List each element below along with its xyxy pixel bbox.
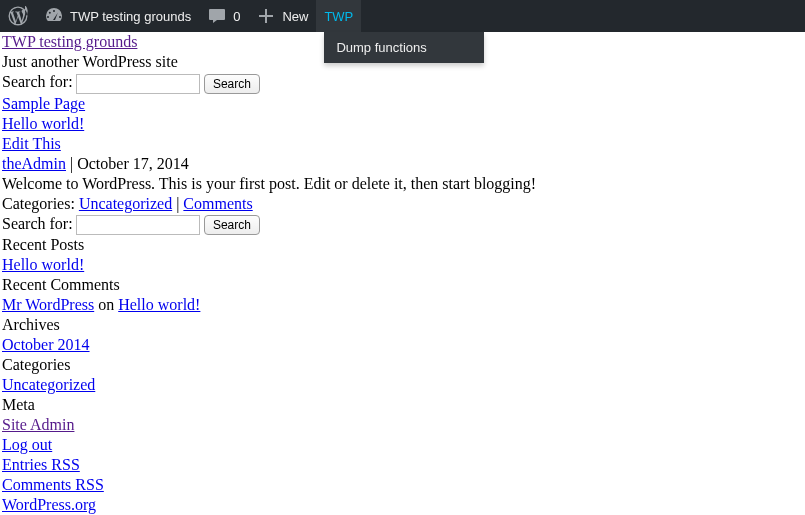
recent-comments-title: Recent Comments	[2, 275, 803, 295]
search-label: Search for:	[2, 215, 73, 232]
twp-dump-functions[interactable]: Dump functions	[324, 32, 484, 63]
post-title-link[interactable]: Hello world!	[2, 115, 84, 132]
site-name-menu[interactable]: TWP testing grounds	[36, 0, 199, 32]
new-label: New	[282, 9, 308, 24]
recent-post-link[interactable]: Hello world!	[2, 256, 84, 273]
dashboard-icon	[44, 6, 64, 26]
post-date: October 17, 2014	[77, 155, 189, 172]
comments-rss-link[interactable]: Comments RSS	[2, 476, 104, 493]
search-form-widget: Search for: Search	[2, 214, 803, 236]
comments-menu[interactable]: 0	[199, 0, 248, 32]
new-content-menu[interactable]: New	[248, 0, 316, 32]
wp-admin-bar: TWP testing grounds 0 New TWP Dump funct…	[0, 0, 805, 32]
author-link[interactable]: theAdmin	[2, 155, 66, 172]
twp-submenu: Dump functions	[324, 32, 484, 63]
comments-link[interactable]: Comments	[183, 195, 252, 212]
comment-author-link[interactable]: Mr WordPress	[2, 296, 94, 313]
nav-sample-page[interactable]: Sample Page	[2, 95, 85, 112]
archives-title: Archives	[2, 315, 803, 335]
page-content: TWP testing grounds Just another WordPre…	[0, 32, 805, 515]
comment-post-link[interactable]: Hello world!	[118, 296, 200, 313]
wp-logo[interactable]	[0, 0, 36, 32]
site-title-link[interactable]: TWP testing grounds	[2, 33, 137, 50]
category-link[interactable]: Uncategorized	[79, 195, 172, 212]
search-label: Search for:	[2, 73, 73, 90]
on-text: on	[94, 296, 118, 313]
twp-label: TWP	[324, 9, 353, 24]
category-widget-link[interactable]: Uncategorized	[2, 376, 95, 393]
comment-icon	[207, 6, 227, 26]
wporg-link[interactable]: WordPress.org	[2, 496, 96, 513]
meta-title: Meta	[2, 395, 803, 415]
archive-link[interactable]: October 2014	[2, 336, 90, 353]
edit-post-link[interactable]: Edit This	[2, 135, 61, 152]
logout-link[interactable]: Log out	[2, 436, 52, 453]
search-button[interactable]: Search	[204, 215, 260, 235]
categories-title: Categories	[2, 355, 803, 375]
post-body: Welcome to WordPress. This is your first…	[2, 174, 803, 194]
site-name-label: TWP testing grounds	[70, 9, 191, 24]
site-admin-link[interactable]: Site Admin	[2, 416, 74, 433]
cat-sep: |	[172, 195, 183, 212]
wordpress-icon	[8, 6, 28, 26]
search-button[interactable]: Search	[204, 74, 260, 94]
categories-label: Categories:	[2, 195, 79, 212]
recent-posts-title: Recent Posts	[2, 235, 803, 255]
meta-sep: |	[66, 155, 77, 172]
twp-menu[interactable]: TWP Dump functions	[316, 0, 361, 32]
comment-count: 0	[233, 9, 240, 24]
plus-icon	[256, 6, 276, 26]
entries-rss-link[interactable]: Entries RSS	[2, 456, 80, 473]
search-input[interactable]	[76, 74, 200, 94]
search-input[interactable]	[76, 215, 200, 235]
search-form-top: Search for: Search	[2, 72, 803, 94]
